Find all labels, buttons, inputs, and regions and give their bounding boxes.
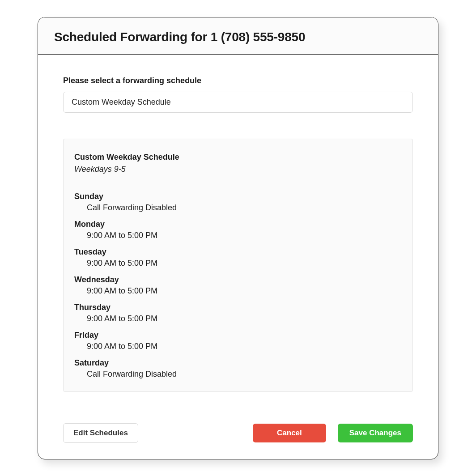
save-changes-button[interactable]: Save Changes <box>338 424 413 442</box>
modal-footer: Edit Schedules Cancel Save Changes <box>38 396 438 459</box>
modal-body: Please select a forwarding schedule Cust… <box>38 55 438 396</box>
schedule-select-label: Please select a forwarding schedule <box>63 76 413 85</box>
schedule-description: Weekdays 9-5 <box>74 165 402 174</box>
schedule-details-panel: Custom Weekday Schedule Weekdays 9-5 Sun… <box>63 139 413 392</box>
schedule-day-row: Wednesday 9:00 AM to 5:00 PM <box>74 275 402 296</box>
day-value: 9:00 AM to 5:00 PM <box>74 259 402 268</box>
schedule-day-row: Monday 9:00 AM to 5:00 PM <box>74 220 402 240</box>
day-label: Sunday <box>74 192 402 201</box>
cancel-button[interactable]: Cancel <box>253 424 326 442</box>
day-value: 9:00 AM to 5:00 PM <box>74 231 402 240</box>
modal-header: Scheduled Forwarding for 1 (708) 555-985… <box>38 17 438 55</box>
day-label: Wednesday <box>74 275 402 285</box>
day-label: Saturday <box>74 358 402 368</box>
scheduled-forwarding-modal: Scheduled Forwarding for 1 (708) 555-985… <box>38 17 438 459</box>
schedule-select-value: Custom Weekday Schedule <box>72 98 171 106</box>
schedule-day-row: Thursday 9:00 AM to 5:00 PM <box>74 303 402 323</box>
schedule-name: Custom Weekday Schedule <box>74 153 402 162</box>
day-value: 9:00 AM to 5:00 PM <box>74 286 402 296</box>
day-value: Call Forwarding Disabled <box>74 370 402 379</box>
modal-title: Scheduled Forwarding for 1 (708) 555-985… <box>54 30 422 44</box>
day-label: Thursday <box>74 303 402 312</box>
schedule-day-row: Sunday Call Forwarding Disabled <box>74 192 402 212</box>
day-label: Monday <box>74 220 402 229</box>
day-value: 9:00 AM to 5:00 PM <box>74 314 402 323</box>
schedule-day-row: Friday 9:00 AM to 5:00 PM <box>74 331 402 351</box>
schedule-select[interactable]: Custom Weekday Schedule <box>63 92 413 113</box>
schedule-day-row: Saturday Call Forwarding Disabled <box>74 358 402 379</box>
day-label: Friday <box>74 331 402 340</box>
edit-schedules-button[interactable]: Edit Schedules <box>63 423 138 443</box>
schedule-day-row: Tuesday 9:00 AM to 5:00 PM <box>74 247 402 268</box>
day-value: Call Forwarding Disabled <box>74 203 402 212</box>
day-label: Tuesday <box>74 247 402 257</box>
day-value: 9:00 AM to 5:00 PM <box>74 342 402 351</box>
